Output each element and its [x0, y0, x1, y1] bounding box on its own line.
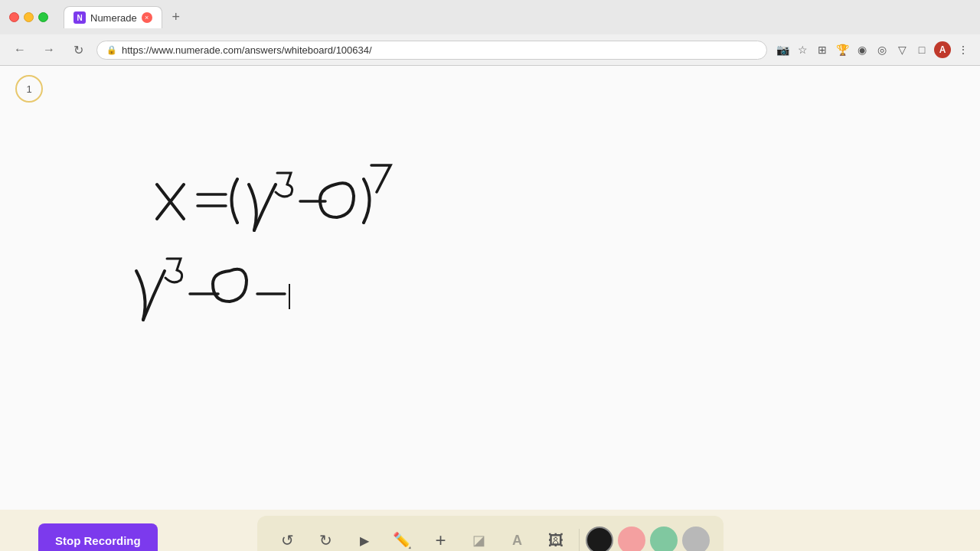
image-tool-button[interactable]: 🖼 — [539, 523, 573, 551]
extensions-icon[interactable]: ⊞ — [815, 42, 830, 57]
back-button[interactable]: ← — [9, 39, 31, 60]
pen-tool-button[interactable]: ✏️ — [386, 523, 420, 551]
url-bar[interactable]: 🔒 https://www.numerade.com/answers/white… — [96, 41, 767, 60]
color-pink-button[interactable] — [618, 527, 645, 551]
menu-icon[interactable]: ⋮ — [956, 42, 971, 57]
new-tab-button[interactable]: + — [165, 7, 187, 28]
undo-button[interactable]: ↺ — [271, 523, 305, 551]
numerade-icon: N — [74, 11, 86, 24]
profile-icon[interactable]: A — [934, 41, 951, 58]
minimize-button[interactable] — [24, 12, 34, 22]
maximize-button[interactable] — [38, 12, 48, 22]
address-bar: ← → ↻ 🔒 https://www.numerade.com/answers… — [0, 34, 980, 65]
forward-button[interactable]: → — [38, 39, 60, 60]
color-green-button[interactable] — [650, 527, 678, 551]
text-tool-button[interactable]: A — [501, 523, 534, 551]
camera-icon[interactable]: 📷 — [775, 42, 790, 57]
stop-recording-button[interactable]: Stop Recording — [38, 523, 158, 552]
color-black-button[interactable] — [586, 527, 613, 551]
trophy-icon[interactable]: 🏆 — [835, 42, 850, 57]
browser-chrome: N Numerade × + ← → ↻ 🔒 https://www.numer… — [0, 0, 980, 66]
addon3-icon[interactable]: ▽ — [894, 42, 910, 57]
url-text: https://www.numerade.com/answers/whitebo… — [122, 44, 757, 56]
addon4-icon[interactable]: □ — [914, 42, 929, 57]
refresh-button[interactable]: ↻ — [67, 39, 89, 60]
browser-tools: 📷 ☆ ⊞ 🏆 ◉ ◎ ▽ □ A ⋮ — [775, 41, 971, 58]
redo-button[interactable]: ↻ — [309, 523, 343, 551]
drawing-toolbar: ↺ ↻ ▶ ✏️ + ◪ A 🖼 — [257, 516, 724, 551]
add-tool-button[interactable]: + — [424, 523, 458, 551]
title-bar: N Numerade × + — [0, 0, 980, 34]
addon1-icon[interactable]: ◉ — [854, 42, 870, 57]
whiteboard[interactable]: 1 — [0, 66, 980, 510]
crop-tool-button[interactable]: ◪ — [462, 523, 496, 551]
tab-close-button[interactable]: × — [142, 12, 152, 23]
active-tab[interactable]: N Numerade × — [64, 6, 162, 28]
close-button[interactable] — [9, 12, 19, 22]
color-gray-button[interactable] — [682, 527, 710, 551]
traffic-lights — [9, 12, 48, 22]
tab-title: Numerade — [90, 12, 137, 24]
lock-icon: 🔒 — [106, 45, 117, 55]
bottom-bar: Stop Recording ↺ ↻ ▶ ✏️ + ◪ A 🖼 — [0, 510, 980, 551]
select-tool-button[interactable]: ▶ — [348, 523, 381, 551]
tab-bar: N Numerade × + — [54, 6, 196, 28]
addon2-icon[interactable]: ◎ — [874, 42, 890, 57]
star-icon[interactable]: ☆ — [795, 42, 810, 57]
math-canvas — [0, 66, 980, 510]
toolbar-separator — [579, 529, 580, 551]
